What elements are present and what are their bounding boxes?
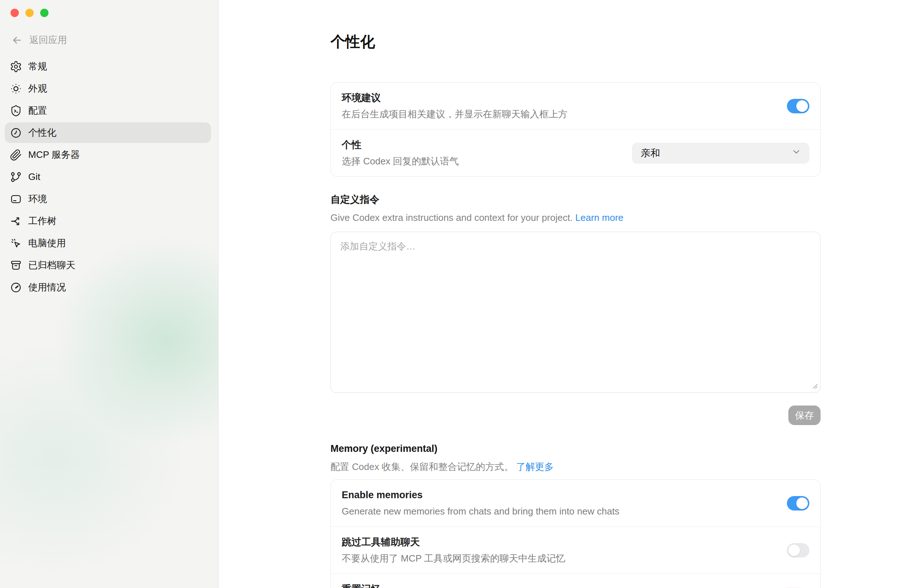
memory-heading: Memory (experimental) [330, 442, 821, 455]
sidebar-item-label: 外观 [28, 82, 47, 95]
enable-memories-subtitle: Generate new memories from chats and bri… [342, 504, 619, 518]
reset-memories-title: 重置记忆 [342, 582, 417, 588]
skip-tool-chats-title: 跳过工具辅助聊天 [342, 535, 565, 549]
personality-row: 个性 选择 Codex 回复的默认语气 亲和 [331, 129, 820, 176]
sidebar-item-label: 常规 [28, 60, 47, 73]
settings-main-panel: 个性化 环境建议 在后台生成项目相关建议，并显示在新聊天输入框上方 个性 选择 … [219, 0, 923, 588]
personalization-clock-icon [10, 127, 22, 139]
back-to-app-label: 返回应用 [29, 34, 67, 46]
enable-memories-row: Enable memories Generate new memories fr… [331, 480, 820, 526]
sidebar-item-environments[interactable]: 环境 [5, 189, 211, 209]
memory-learn-more-link[interactable]: 了解更多 [516, 461, 554, 472]
sidebar-item-label: 电脑使用 [28, 237, 66, 250]
custom-instructions-textarea[interactable] [330, 232, 821, 393]
enable-memories-toggle[interactable] [787, 496, 809, 511]
toggle-knob [796, 100, 808, 112]
environment-suggestions-subtitle: 在后台生成项目相关建议，并显示在新聊天输入框上方 [342, 107, 568, 121]
computer-use-cursor-icon [10, 237, 22, 250]
back-to-app-button[interactable]: 返回应用 [11, 34, 67, 46]
appearance-icon [10, 82, 22, 95]
toggle-knob [796, 498, 808, 509]
sidebar-nav: 常规 外观 配置 个性化 MCP 服务器 [5, 56, 211, 299]
chevron-down-icon [791, 147, 801, 159]
personality-title: 个性 [342, 138, 459, 152]
sidebar-item-worktrees[interactable]: 工作树 [5, 211, 211, 232]
page-title: 个性化 [330, 32, 821, 52]
enable-memories-title: Enable memories [342, 488, 619, 502]
sidebar-item-label: 配置 [28, 104, 47, 117]
archive-icon [10, 259, 22, 271]
close-window-button[interactable] [10, 9, 19, 17]
custom-instructions-heading: 自定义指令 [330, 193, 821, 206]
personality-selected-value: 亲和 [641, 147, 660, 160]
skip-tool-chats-subtitle: 不要从使用了 MCP 工具或网页搜索的聊天中生成记忆 [342, 552, 565, 565]
sidebar-item-git[interactable]: Git [5, 167, 211, 187]
skip-tool-chats-row: 跳过工具辅助聊天 不要从使用了 MCP 工具或网页搜索的聊天中生成记忆 [331, 526, 820, 573]
sidebar-item-computer-use[interactable]: 电脑使用 [5, 233, 211, 253]
memory-description-text: 配置 Codex 收集、保留和整合记忆的方式。 [330, 461, 514, 472]
reset-memories-row: 重置记忆 删除所有本地记忆 重置 [331, 573, 820, 588]
config-shield-icon [10, 105, 22, 117]
sidebar-item-archived-chats[interactable]: 已归档聊天 [5, 255, 211, 276]
sidebar-item-label: 已归档聊天 [28, 259, 75, 271]
personality-subtitle: 选择 Codex 回复的默认语气 [342, 154, 459, 168]
sidebar-item-mcp-servers[interactable]: MCP 服务器 [5, 145, 211, 165]
git-branch-icon [10, 171, 22, 183]
learn-more-link[interactable]: Learn more [575, 212, 623, 223]
resize-handle-icon[interactable] [812, 383, 818, 391]
sidebar-item-label: Git [28, 171, 40, 182]
settings-sidebar: 返回应用 常规 外观 配置 个性化 [0, 0, 218, 588]
usage-gauge-icon [10, 281, 22, 294]
environment-suggestions-card: 环境建议 在后台生成项目相关建议，并显示在新聊天输入框上方 个性 选择 Code… [330, 82, 821, 177]
custom-instructions-description: Give Codex extra instructions and contex… [330, 211, 821, 225]
memory-description: 配置 Codex 收集、保留和整合记忆的方式。 了解更多 [330, 460, 821, 474]
environment-window-icon [10, 193, 22, 205]
paperclip-icon [10, 149, 22, 161]
custom-instructions-editor [330, 232, 821, 394]
toggle-knob [788, 545, 800, 556]
personality-select[interactable]: 亲和 [632, 143, 809, 164]
worktree-split-icon [10, 215, 22, 227]
environment-suggestions-toggle[interactable] [787, 99, 809, 113]
environment-suggestions-row: 环境建议 在后台生成项目相关建议，并显示在新聊天输入框上方 [331, 82, 820, 129]
sidebar-item-personalization[interactable]: 个性化 [5, 122, 211, 143]
sidebar-item-label: 使用情况 [28, 281, 66, 294]
back-arrow-icon [11, 34, 23, 46]
save-row: 保存 [330, 406, 821, 425]
sidebar-item-general[interactable]: 常规 [5, 56, 211, 77]
gear-icon [10, 61, 22, 73]
sidebar-item-label: MCP 服务器 [28, 148, 80, 161]
save-button[interactable]: 保存 [788, 406, 821, 425]
window-controls [10, 9, 49, 17]
sidebar-item-usage[interactable]: 使用情况 [5, 277, 211, 297]
sidebar-item-config[interactable]: 配置 [5, 100, 211, 121]
memory-card: Enable memories Generate new memories fr… [330, 480, 821, 588]
sidebar-item-appearance[interactable]: 外观 [5, 78, 211, 99]
sidebar-item-label: 环境 [28, 193, 47, 205]
zoom-window-button[interactable] [40, 9, 49, 17]
environment-suggestions-title: 环境建议 [342, 91, 568, 105]
skip-tool-chats-toggle[interactable] [787, 543, 809, 558]
sidebar-item-label: 工作树 [28, 215, 56, 227]
minimize-window-button[interactable] [25, 9, 34, 17]
sidebar-item-label: 个性化 [28, 126, 56, 139]
custom-instructions-description-text: Give Codex extra instructions and contex… [330, 212, 573, 223]
